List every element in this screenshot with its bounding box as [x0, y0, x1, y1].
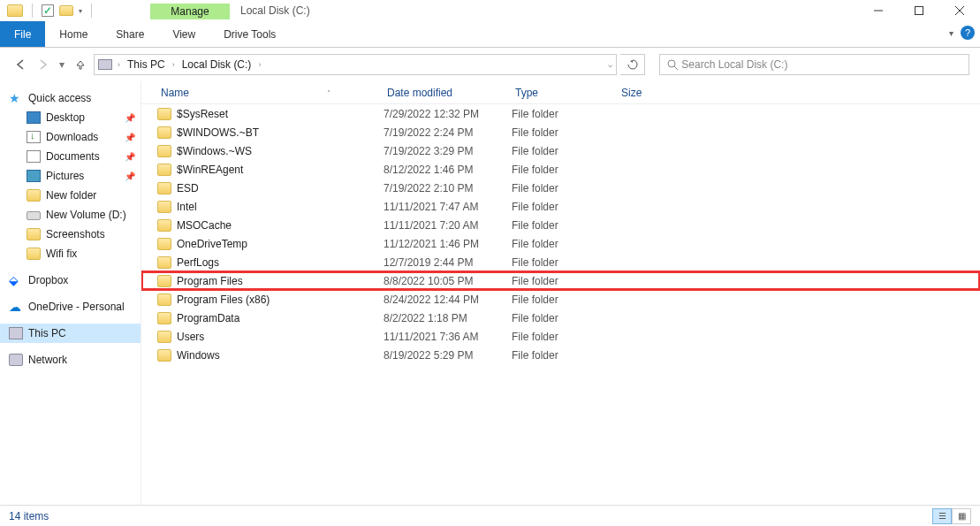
file-row[interactable]: MSOCache11/11/2021 7:20 AMFile folder [141, 216, 980, 234]
drive-icon [27, 211, 41, 220]
sidebar-item[interactable]: Documents📌 [0, 147, 141, 166]
refresh-button[interactable] [620, 54, 645, 75]
sidebar-item[interactable]: Downloads📌 [0, 127, 141, 147]
sidebar-item[interactable]: Wifi fix [0, 244, 141, 263]
address-bar[interactable]: › This PC › Local Disk (C:) › ⌵ [94, 54, 617, 75]
qat-new-folder-icon[interactable] [59, 5, 73, 16]
tab-drive-tools[interactable]: Drive Tools [209, 21, 290, 47]
file-row[interactable]: PerfLogs12/7/2019 2:44 PMFile folder [141, 253, 980, 271]
folder-icon [27, 248, 41, 260]
item-count: 14 items [9, 510, 49, 522]
pin-icon: 📌 [125, 152, 135, 162]
sidebar-quick-access[interactable]: ★Quick access [0, 88, 141, 108]
back-button[interactable] [11, 55, 30, 74]
navigation-pane: ★Quick access Desktop📌Downloads📌Document… [0, 81, 141, 505]
file-name: ESD [177, 182, 199, 194]
tab-home[interactable]: Home [45, 21, 102, 47]
tab-file[interactable]: File [0, 21, 45, 47]
details-view-button[interactable]: ☰ [932, 508, 952, 524]
column-date[interactable]: Date modified [384, 87, 512, 99]
file-name: Intel [177, 201, 197, 213]
file-type: File folder [512, 349, 618, 362]
file-date: 7/19/2022 2:24 PM [384, 126, 512, 139]
qat-properties-icon[interactable]: ✓ [42, 4, 54, 17]
help-icon[interactable]: ? [961, 26, 975, 40]
minimize-button[interactable] [858, 0, 899, 21]
doc-icon [27, 150, 41, 163]
file-name: $SysReset [177, 108, 228, 120]
download-icon [27, 131, 41, 143]
sort-asc-icon: ˄ [327, 89, 330, 97]
maximize-button[interactable] [899, 0, 939, 21]
column-name[interactable]: Name˄ [157, 87, 384, 99]
file-date: 8/24/2022 12:44 PM [384, 293, 512, 306]
file-name: MSOCache [177, 219, 232, 232]
breadcrumb-this-pc[interactable]: This PC [125, 58, 167, 71]
file-date: 8/8/2022 10:05 PM [384, 275, 512, 287]
sidebar-this-pc[interactable]: This PC [0, 324, 141, 343]
tab-view[interactable]: View [158, 21, 209, 47]
file-date: 8/2/2022 1:18 PM [384, 312, 512, 324]
chevron-right-icon[interactable]: › [256, 60, 262, 69]
dropbox-icon: ⬙ [9, 274, 23, 286]
search-input[interactable] [681, 58, 961, 71]
column-size[interactable]: Size [618, 87, 688, 99]
pic-icon [27, 170, 41, 182]
search-icon [667, 59, 679, 71]
file-type: File folder [512, 275, 618, 287]
up-button[interactable] [71, 55, 90, 74]
svg-rect-1 [915, 7, 923, 15]
close-button[interactable] [939, 0, 980, 21]
file-name: $WinREAgent [177, 164, 243, 176]
file-row[interactable]: Program Files (x86)8/24/2022 12:44 PMFil… [141, 290, 980, 309]
file-row[interactable]: ESD7/19/2022 2:10 PMFile folder [141, 179, 980, 197]
folder-icon [157, 312, 171, 324]
tab-share[interactable]: Share [102, 21, 158, 47]
file-row[interactable]: $Windows.~WS7/19/2022 3:29 PMFile folder [141, 141, 980, 160]
address-dropdown-icon[interactable]: ⌵ [608, 60, 612, 69]
file-row[interactable]: Windows8/19/2022 5:29 PMFile folder [141, 346, 980, 364]
file-type: File folder [512, 126, 618, 139]
file-row[interactable]: Intel11/11/2021 7:47 AMFile folder [141, 197, 980, 216]
chevron-right-icon[interactable]: › [116, 60, 122, 69]
file-row[interactable]: $WINDOWS.~BT7/19/2022 2:24 PMFile folder [141, 123, 980, 141]
file-date: 11/11/2021 7:20 AM [384, 219, 512, 232]
file-row[interactable]: Users11/11/2021 7:36 AMFile folder [141, 327, 980, 346]
folder-icon [27, 189, 41, 202]
sidebar-dropbox[interactable]: ⬙Dropbox [0, 271, 141, 290]
qat-dropdown-icon[interactable]: ▾ [79, 7, 82, 15]
file-date: 8/12/2022 1:46 PM [384, 164, 512, 176]
sidebar-item[interactable]: New folder [0, 186, 141, 205]
file-row[interactable]: $SysReset7/29/2022 12:32 PMFile folder [141, 104, 980, 123]
forward-button[interactable] [34, 55, 53, 74]
folder-icon [27, 228, 41, 240]
file-row[interactable]: ProgramData8/2/2022 1:18 PMFile folder [141, 309, 980, 327]
file-row[interactable]: OneDriveTemp11/12/2021 1:46 PMFile folde… [141, 234, 980, 253]
network-icon [9, 354, 23, 366]
search-box[interactable] [659, 54, 969, 75]
sidebar-item-label: New folder [46, 189, 96, 202]
large-icons-view-button[interactable]: ▦ [952, 508, 971, 524]
folder-icon [157, 256, 171, 269]
column-headers: Name˄ Date modified Type Size [141, 81, 980, 104]
ribbon-collapse-icon[interactable]: ▾ [949, 28, 953, 38]
folder-icon [157, 275, 171, 287]
file-row[interactable]: $WinREAgent8/12/2022 1:46 PMFile folder [141, 160, 980, 179]
chevron-right-icon[interactable]: › [171, 60, 177, 69]
folder-icon [157, 164, 171, 176]
sidebar-item[interactable]: New Volume (D:) [0, 205, 141, 225]
column-type[interactable]: Type [512, 87, 618, 99]
sidebar-label: Dropbox [28, 274, 68, 286]
breadcrumb-local-disk[interactable]: Local Disk (C:) [180, 58, 254, 71]
navigation-row: ▾ › This PC › Local Disk (C:) › ⌵ [0, 48, 980, 81]
sidebar-onedrive[interactable]: ☁OneDrive - Personal [0, 297, 141, 316]
sidebar-item-label: Wifi fix [46, 248, 77, 260]
sidebar-network[interactable]: Network [0, 350, 141, 370]
folder-icon [157, 293, 171, 306]
sidebar-item[interactable]: Pictures📌 [0, 166, 141, 186]
sidebar-item[interactable]: Desktop📌 [0, 108, 141, 127]
recent-dropdown-icon[interactable]: ▾ [57, 55, 67, 74]
contextual-tab-manage[interactable]: Manage [150, 4, 230, 19]
file-row[interactable]: Program Files8/8/2022 10:05 PMFile folde… [141, 271, 980, 290]
sidebar-item[interactable]: Screenshots [0, 225, 141, 244]
